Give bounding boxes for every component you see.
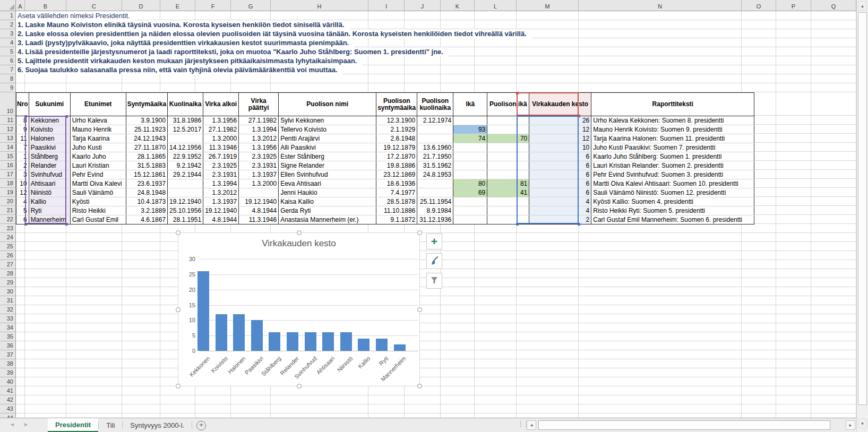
chart-resize-handle[interactable] <box>297 230 302 235</box>
table-cell[interactable]: Eeva Ahtisaari <box>279 179 376 188</box>
vertical-scrollbar[interactable]: ▲ ▼ <box>856 0 868 432</box>
table-cell[interactable] <box>417 179 453 188</box>
column-header-A[interactable]: A <box>16 0 25 11</box>
table-cell[interactable]: 6 <box>529 152 591 161</box>
row-header-4[interactable]: 4 <box>0 38 15 47</box>
table-cell[interactable]: 6 <box>529 188 591 197</box>
table-cell[interactable]: 24.8.1953 <box>417 170 453 179</box>
row-header-33[interactable]: 33 <box>0 314 15 323</box>
table-cell[interactable]: 2.3.1931 <box>239 161 279 170</box>
table-cell[interactable]: 12.5.2017 <box>168 125 203 134</box>
table-cell[interactable]: 5 <box>16 206 29 215</box>
table-cell[interactable]: 2.12.1974 <box>417 116 453 125</box>
chart-bar[interactable] <box>376 339 388 351</box>
table-cell[interactable]: 80 <box>453 179 487 188</box>
table-cell[interactable]: 1.3.1956 <box>203 116 239 125</box>
table-cell[interactable] <box>453 197 487 206</box>
table-cell[interactable]: 1.3.1937 <box>203 197 239 206</box>
table-cell[interactable]: 24.12.1943 <box>126 134 167 143</box>
row-header-6[interactable]: 6 <box>0 56 15 65</box>
table-cell[interactable]: Sauli Väinämö Niinistö: Suomen 12. presi… <box>591 188 754 197</box>
column-header-cell[interactable]: Puolison kuolinaika <box>417 93 453 116</box>
chart-bar[interactable] <box>233 314 245 351</box>
bar-chart[interactable]: Virkakauden kesto 051015202530KekkonenKo… <box>178 232 420 386</box>
row-header-35[interactable]: 35 <box>0 332 15 341</box>
table-cell[interactable]: Tarja Kaarina <box>70 134 126 143</box>
table-cell[interactable]: Juho Kusti <box>70 143 126 152</box>
table-cell[interactable]: 3.2.1889 <box>126 206 167 215</box>
table-cell[interactable]: 26.7.1919 <box>203 152 239 161</box>
table-cell[interactable]: 1.3.1937 <box>239 170 279 179</box>
row-header-34[interactable]: 34 <box>0 323 15 332</box>
column-header-I[interactable]: I <box>368 0 405 11</box>
table-cell[interactable]: 29.2.1944 <box>168 170 203 179</box>
table-cell[interactable]: 9.2.1942 <box>168 161 203 170</box>
table-cell[interactable]: Pehr Evind <box>70 170 126 179</box>
chart-resize-handle[interactable] <box>417 230 422 235</box>
chart-resize-handle[interactable] <box>176 384 181 388</box>
row-header-23[interactable]: 23 <box>0 224 15 233</box>
table-cell[interactable]: 6 <box>529 170 591 179</box>
column-header-cell[interactable]: Puolison ikä <box>487 93 529 116</box>
row-header-36[interactable]: 36 <box>0 341 15 350</box>
chart-title[interactable]: Virkakauden kesto <box>178 238 419 249</box>
column-header-cell[interactable]: Virka alkoi <box>203 93 239 116</box>
row-header-14[interactable]: 14 <box>0 143 15 152</box>
row-header-2[interactable]: 2 <box>0 20 15 29</box>
table-cell[interactable]: Martti Oiva Kalevi <box>70 179 126 188</box>
table-cell[interactable]: Carl Gustaf Emil Mannerheim: Suomen 6. p… <box>591 215 754 224</box>
table-cell[interactable]: Halonen <box>29 134 70 143</box>
table-cell[interactable]: 18.6.1936 <box>376 179 417 188</box>
table-cell[interactable]: Koivisto <box>29 125 70 134</box>
row-header-15[interactable]: 15 <box>0 152 15 161</box>
sheet-tab-syntyvyys-2000-l[interactable]: Syntyvyys 2000-l. <box>123 418 192 432</box>
table-cell[interactable]: Paasikivi <box>29 143 70 152</box>
row-header-13[interactable]: 13 <box>0 134 15 143</box>
row-header-26[interactable]: 26 <box>0 251 15 260</box>
table-cell[interactable]: 2.3.1925 <box>239 152 279 161</box>
table-cell[interactable]: Kaarlo Juho Ståhlberg: Suomen 1. preside… <box>591 152 754 161</box>
instruction-cell-row-6[interactable]: 5. Lajittele presidentit virkakauden kes… <box>16 56 362 65</box>
table-cell[interactable]: Mannerheim <box>29 215 70 224</box>
table-cell[interactable] <box>453 143 487 152</box>
chart-bar[interactable] <box>394 344 406 351</box>
table-cell[interactable]: 22.9.1952 <box>168 152 203 161</box>
scroll-up-icon[interactable]: ▲ <box>858 1 867 11</box>
table-cell[interactable]: 31.5.1962 <box>417 161 453 170</box>
table-cell[interactable]: 2.1.1929 <box>376 125 417 134</box>
table-cell[interactable]: Gerda Ryti <box>279 206 376 215</box>
table-cell[interactable] <box>453 170 487 179</box>
table-cell[interactable]: 6 <box>529 161 591 170</box>
chart-bar[interactable] <box>322 332 334 351</box>
table-cell[interactable] <box>487 116 529 125</box>
chart-resize-handle[interactable] <box>297 384 302 388</box>
column-header-M[interactable]: M <box>517 0 579 11</box>
table-cell[interactable]: 19.12.1940 <box>203 206 239 215</box>
table-cell[interactable]: Kaisa Kallio <box>279 197 376 206</box>
table-cell[interactable]: 21.7.1950 <box>417 152 453 161</box>
table-cell[interactable]: 2.3.1925 <box>203 161 239 170</box>
table-cell[interactable]: 23.6.1937 <box>126 179 167 188</box>
table-cell[interactable]: Ståhlberg <box>29 152 70 161</box>
row-header-25[interactable]: 25 <box>0 242 15 251</box>
table-cell[interactable] <box>453 116 487 125</box>
table-cell[interactable]: 93 <box>453 125 487 134</box>
scroll-down-icon[interactable]: ▼ <box>858 419 867 428</box>
presidents-table[interactable]: NroSukunimiEtunimetSyntymäaikaKuolinaika… <box>16 92 754 224</box>
table-cell[interactable]: 8 <box>16 116 29 125</box>
column-header-cell[interactable]: Virkakauden kesto <box>529 93 591 116</box>
table-cell[interactable]: 27.1.1982 <box>203 125 239 134</box>
table-cell[interactable]: 7.4.1977 <box>376 188 417 197</box>
table-cell[interactable] <box>487 161 529 170</box>
table-cell[interactable]: 24.8.1948 <box>126 188 167 197</box>
column-header-cell[interactable]: Puolison syntymäaika <box>376 93 417 116</box>
table-cell[interactable] <box>487 206 529 215</box>
table-cell[interactable]: 2.6.1948 <box>376 134 417 143</box>
column-header-K[interactable]: K <box>441 0 475 11</box>
table-cell[interactable]: 11 <box>16 134 29 143</box>
table-cell[interactable]: 2 <box>16 161 29 170</box>
table-cell[interactable]: 1 <box>16 152 29 161</box>
row-header-31[interactable]: 31 <box>0 296 15 305</box>
chart-styles-button[interactable] <box>426 253 442 269</box>
tab-scroll-left-icon[interactable]: ◄ <box>10 421 15 427</box>
